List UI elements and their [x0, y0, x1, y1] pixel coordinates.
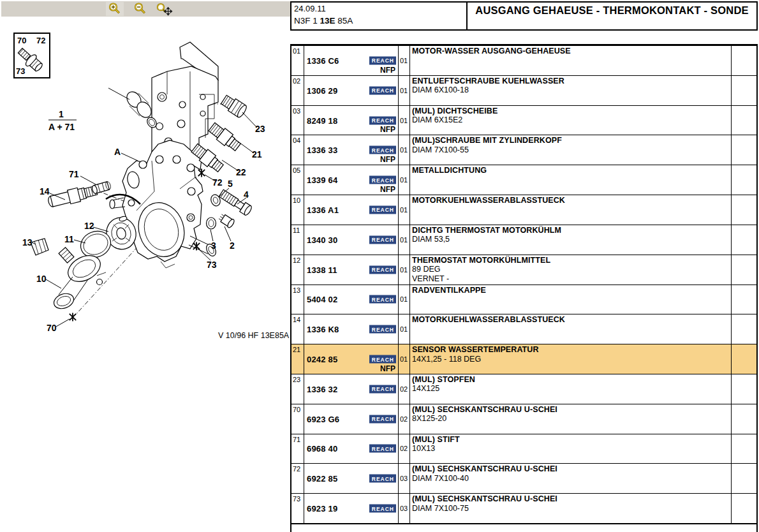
table-row-13[interactable]: 135404 02REACH01RADVENTILKAPPE [291, 285, 756, 315]
reach-badge[interactable]: REACH [369, 445, 396, 453]
description-main: MOTORKUEHLWASSERABLASSTUECK [412, 196, 731, 205]
reach-badge[interactable]: REACH [369, 385, 396, 393]
reach-badge[interactable]: REACH [369, 235, 396, 244]
table-row-02[interactable]: 021306 29REACH01ENTLUEFTSCHRAUBE KUEHLWA… [291, 76, 756, 106]
nfp-label: NFP [380, 155, 395, 164]
legend-73-label[interactable]: 73 [16, 66, 25, 76]
description-detail: DIAM 7X100-40 [412, 474, 731, 484]
description-detail: 89 DEG [412, 265, 731, 274]
reach-badge[interactable]: REACH [369, 325, 396, 334]
row-quantity: 01 [399, 165, 410, 195]
description-detail: 14X125 [412, 384, 731, 394]
table-row-12[interactable]: 121338 11REACH01THERMOSTAT MOTORKÜHLMITT… [291, 255, 756, 285]
table-row-04[interactable]: 041336 33REACHNFP01(MUL)SCHRAUBE MIT ZYL… [291, 135, 756, 165]
row-quantity: 01 [399, 106, 410, 135]
row-quantity: 01 [399, 195, 410, 225]
legend-72-label[interactable]: 72 [36, 36, 45, 45]
callout-5[interactable]: 5 [228, 179, 233, 189]
header-date: 24.09.11 [294, 4, 466, 13]
callout-70[interactable]: 70 [47, 323, 57, 333]
callout-23[interactable]: 23 [255, 124, 265, 134]
zoom-out-button[interactable] [131, 2, 149, 16]
reach-badge[interactable]: REACH [369, 176, 396, 184]
row-end-cell [732, 195, 756, 225]
reach-badge[interactable]: REACH [369, 475, 396, 483]
row-part-cell: 1339 64REACHNFP [304, 165, 399, 195]
callout-72[interactable]: 72 [212, 177, 223, 188]
row-description: (MUL) STOPFEN14X125 [410, 374, 732, 404]
table-row-71[interactable]: 716968 40REACH02(MUL) STIFT10X13 [291, 434, 756, 464]
table-row-72[interactable]: 726922 85REACH03(MUL) SECHSKANTSCHRAU U-… [291, 464, 756, 494]
callout-21[interactable]: 21 [252, 149, 262, 159]
reach-badge[interactable]: REACH [369, 265, 396, 274]
reach-badge[interactable]: REACH [369, 415, 396, 423]
row-part-cell: 8249 18REACHNFP [304, 106, 399, 135]
row-description: MOTORKUEHLWASSERABLASSTUECK [410, 314, 732, 344]
row-quantity: 01 [399, 314, 410, 344]
zoom-pan-icon [156, 2, 173, 16]
callout-12[interactable]: 12 [84, 221, 94, 231]
callout-4[interactable]: 4 [244, 189, 249, 200]
part-number: 5404 02 [307, 295, 337, 304]
description-main: MOTORKUEHLWASSERABLASSTUECK [412, 315, 731, 325]
reach-badge[interactable]: REACH [369, 205, 396, 214]
row-ref-number: 23 [291, 374, 304, 404]
code-bold: 13E [320, 16, 335, 26]
part-number: 0242 85 [307, 355, 337, 364]
row-description: (MUL)SCHRAUBE MIT ZYLINDERKOPFDIAM 7X100… [410, 135, 732, 165]
description-detail: DIAM 6X100-18 [412, 85, 731, 95]
table-row-70[interactable]: 706923 G6REACH02(MUL) SECHSKANTSCHRAU U-… [291, 404, 756, 434]
reach-badge[interactable]: REACH [369, 56, 396, 64]
part-number: 6923 19 [307, 504, 337, 514]
row-ref-number: 70 [291, 404, 304, 434]
callout-11[interactable]: 11 [64, 234, 74, 244]
reach-badge[interactable]: REACH [369, 146, 396, 154]
callout-22[interactable]: 22 [236, 167, 246, 177]
zoom-in-button[interactable] [106, 2, 124, 16]
description-main: RADVENTILKAPPE [412, 286, 731, 295]
legend-70-label[interactable]: 70 [17, 36, 26, 45]
reach-badge[interactable]: REACH [369, 355, 396, 364]
row-description: METALLDICHTUNG [410, 165, 732, 195]
row-ref-number: 21 [291, 344, 304, 374]
part-number: 6968 40 [307, 444, 337, 454]
table-row-11[interactable]: 111340 30REACH01DICHTG THERMOSTAT MOTORK… [291, 225, 756, 255]
callout-2[interactable]: 2 [230, 240, 235, 251]
row-description: THERMOSTAT MOTORKÜHLMITTEL89 DEGVERNET - [410, 255, 732, 284]
callout-13[interactable]: 13 [22, 237, 33, 248]
row-part-cell: 1340 30REACH [304, 225, 399, 255]
row-quantity: 01 [399, 225, 410, 255]
part-number: 1336 K8 [307, 325, 339, 334]
callout-3[interactable]: 3 [211, 240, 216, 251]
row-end-cell [732, 255, 756, 284]
part-number: 6923 G6 [307, 414, 339, 424]
callout-A[interactable]: A [114, 147, 121, 157]
callout-71[interactable]: 71 [69, 169, 79, 179]
view-note-denominator: A + 71 [48, 122, 75, 132]
table-row-01[interactable]: 011336 C6REACHNFP01MOTOR-WASSER AUSGANG-… [291, 46, 756, 76]
row-end-cell [732, 464, 756, 493]
description-main: (MUL) STIFT [412, 435, 731, 445]
table-row-14[interactable]: 141336 K8REACH01MOTORKUEHLWASSERABLASSTU… [291, 314, 756, 344]
callout-14[interactable]: 14 [40, 186, 50, 196]
callout-73[interactable]: 73 [207, 260, 217, 270]
table-row-03[interactable]: 038249 18REACHNFP01(MUL) DICHTSCHEIBEDIA… [291, 106, 756, 136]
row-ref-number: 05 [291, 165, 304, 195]
row-end-cell [732, 285, 756, 314]
header-catalog-code: N3F 1 13E 85A [294, 16, 466, 26]
table-row-10[interactable]: 101336 A1REACH01MOTORKUEHLWASSERABLASSTU… [291, 195, 756, 225]
reach-badge[interactable]: REACH [369, 86, 396, 94]
hose-fitting-14-drawing [47, 184, 98, 209]
table-row-21[interactable]: 210242 85REACHNFP01SENSOR WASSERTEMPERAT… [291, 344, 756, 374]
reach-badge[interactable]: REACH [369, 505, 396, 513]
zoom-pan-button[interactable] [156, 2, 173, 16]
callout-10[interactable]: 10 [36, 274, 47, 284]
reach-badge[interactable]: REACH [369, 295, 396, 304]
nfp-label: NFP [380, 364, 395, 373]
row-part-cell: 5404 02REACH [304, 285, 399, 314]
table-row-73[interactable]: 736923 19REACH03(MUL) SECHSKANTSCHRAU U-… [291, 494, 756, 523]
description-main: THERMOSTAT MOTORKÜHLMITTEL [412, 256, 731, 265]
table-row-05[interactable]: 051339 64REACHNFP01METALLDICHTUNG [291, 165, 756, 195]
table-row-23[interactable]: 231336 32REACH02(MUL) STOPFEN14X125 [291, 374, 756, 404]
reach-badge[interactable]: REACH [369, 116, 396, 124]
